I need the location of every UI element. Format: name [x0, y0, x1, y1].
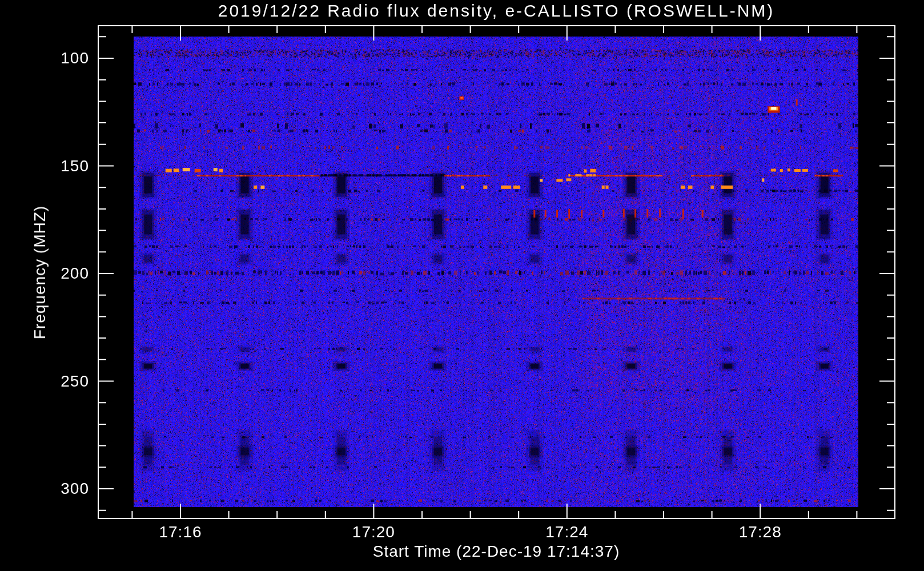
spectrogram-page: 2019/12/22 Radio flux density, e-CALLIST…: [0, 0, 924, 571]
y-tick-label: 250: [0, 372, 89, 391]
y-tick-label: 200: [0, 264, 89, 283]
y-tick-label: 100: [0, 49, 89, 67]
chart-title: 2019/12/22 Radio flux density, e-CALLIST…: [218, 1, 775, 21]
y-tick-label: 150: [0, 157, 89, 175]
x-tick-label: 17:24: [545, 523, 588, 541]
y-tick-label: 300: [0, 480, 89, 498]
spectrogram-canvas: [0, 0, 924, 571]
x-tick-label: 17:20: [352, 523, 395, 541]
x-tick-label: 17:16: [159, 523, 202, 541]
x-tick-label: 17:28: [739, 523, 782, 541]
x-axis-label: Start Time (22-Dec-19 17:14:37): [373, 542, 620, 561]
